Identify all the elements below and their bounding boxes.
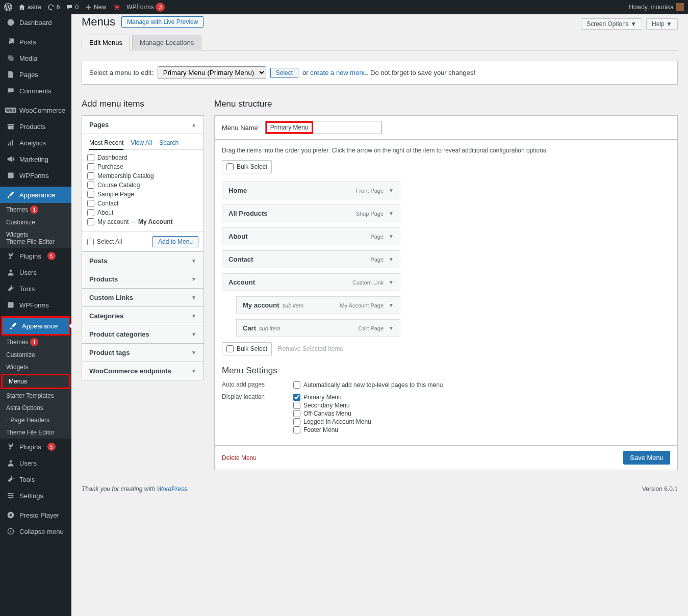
accordion-pages-header[interactable]: Pages▲ [82, 116, 203, 134]
chevron-down-icon[interactable]: ▼ [389, 188, 394, 193]
page-item[interactable]: Sample Page [87, 190, 201, 199]
sub-editor[interactable]: Theme File Editor [0, 238, 71, 248]
chevron-down-icon[interactable]: ▼ [389, 279, 394, 285]
sidebar-users2[interactable]: Users [0, 455, 71, 471]
new-item[interactable]: New [85, 4, 106, 11]
tab-search[interactable]: Search [159, 139, 179, 146]
sidebar-posts[interactable]: Posts [0, 34, 71, 50]
location-checkbox[interactable]: Footer Menu [293, 426, 371, 434]
accordion-custom-header[interactable]: Custom Links▼ [82, 289, 203, 306]
tab-most-recent[interactable]: Most Recent [89, 139, 123, 150]
menu-item[interactable]: ContactPage▼ [222, 250, 400, 268]
accordion-wc-header[interactable]: WooCommerce endpoints▼ [82, 362, 203, 380]
location-checkbox[interactable]: Logged In Account Menu [293, 418, 371, 426]
cart-item[interactable] [112, 3, 120, 11]
chevron-down-icon[interactable]: ▼ [389, 211, 394, 216]
page-item[interactable]: Contact [87, 199, 201, 208]
wpforms-item[interactable]: WPForms 3 [126, 3, 165, 12]
sub-menus[interactable]: Menus [1, 374, 70, 389]
bulk-select-bottom[interactable]: Bulk Select [222, 342, 272, 355]
sub-themes2[interactable]: Themes1 [0, 336, 71, 349]
select-button[interactable]: Select [270, 68, 298, 78]
menu-item[interactable]: AboutPage▼ [222, 227, 400, 245]
menu-item[interactable]: All ProductsShop Page▼ [222, 204, 400, 222]
tab-manage-locations[interactable]: Manage Locations [132, 35, 201, 50]
sub-customize[interactable]: Customize [0, 216, 71, 228]
menu-item[interactable]: AccountCustom Link▼ [222, 273, 400, 291]
menu-name-input-wrap[interactable]: Primary Menu [265, 121, 381, 134]
accordion-prodcats-header[interactable]: Product categories▼ [82, 325, 203, 343]
wordpress-link[interactable]: WordPress [157, 485, 187, 493]
chevron-down-icon[interactable]: ▼ [389, 256, 394, 262]
sidebar-wpforms2[interactable]: WPForms [0, 297, 71, 313]
sub-editor2[interactable]: Theme File Editor [0, 426, 71, 439]
sidebar-settings[interactable]: Settings [0, 487, 71, 504]
location-checkbox[interactable]: Secondary Menu [293, 401, 371, 409]
page-item[interactable]: Membership Catalog [87, 171, 201, 181]
sub-starter[interactable]: Starter Templates [0, 390, 71, 402]
page-item[interactable]: Purchase [87, 162, 201, 171]
sub-themes[interactable]: Themes1 [0, 203, 71, 216]
sidebar-marketing[interactable]: Marketing [0, 151, 71, 167]
sidebar-dashboard[interactable]: Dashboard [0, 14, 71, 31]
delete-menu-link[interactable]: Delete Menu [222, 454, 257, 461]
location-checkbox[interactable]: Off-Canvas Menu [293, 409, 371, 418]
chevron-down-icon[interactable]: ▼ [389, 234, 394, 239]
sidebar-plugins[interactable]: Plugins5 [0, 248, 71, 264]
accordion-posts-header[interactable]: Posts▼ [82, 252, 203, 270]
sidebar-appearance2[interactable]: Appearance [1, 316, 70, 336]
sidebar-presto[interactable]: Presto Player [0, 507, 71, 523]
sidebar-users[interactable]: Users [0, 264, 71, 280]
page-item[interactable]: My account — My Account [87, 217, 201, 226]
menu-name-value-highlight: Primary Menu [266, 121, 313, 134]
menu-name-input[interactable] [313, 121, 381, 134]
sub-widgets[interactable]: Widgets [0, 228, 71, 238]
add-to-menu-button[interactable]: Add to Menu [152, 236, 198, 247]
chevron-down-icon[interactable]: ▼ [389, 302, 394, 308]
menu-select[interactable]: Primary Menu (Primary Menu) [158, 66, 266, 79]
sidebar-collapse[interactable]: Collapse menu [0, 523, 71, 540]
help-button[interactable]: Help ▼ [646, 18, 678, 30]
sidebar-tools[interactable]: Tools [0, 280, 71, 297]
auto-add-checkbox[interactable]: Automatically add new top-level pages to… [293, 381, 443, 389]
sub-customize2[interactable]: Customize [0, 349, 71, 361]
save-menu-button[interactable]: Save Menu [623, 451, 670, 465]
page-item[interactable]: About [87, 208, 201, 217]
sidebar-appearance[interactable]: Appearance [0, 187, 71, 203]
tab-edit-menus[interactable]: Edit Menus [82, 35, 130, 50]
chevron-down-icon[interactable]: ▼ [389, 325, 394, 331]
sidebar-analytics[interactable]: Analytics [0, 135, 71, 151]
live-preview-button[interactable]: Manage with Live Preview [121, 16, 203, 28]
sidebar-pages[interactable]: Pages [0, 66, 71, 83]
menu-item[interactable]: HomeFront Page▼ [222, 182, 400, 199]
sidebar-media[interactable]: Media [0, 50, 71, 66]
comments-item[interactable]: 0 [66, 4, 79, 11]
accordion-products-header[interactable]: Products▼ [82, 270, 203, 288]
wp-logo[interactable] [4, 3, 12, 11]
sub-astra[interactable]: Astra Options [0, 402, 71, 414]
sidebar-woocommerce[interactable]: wooWooCommerce [0, 102, 71, 118]
select-all-checkbox[interactable]: Select All [87, 238, 122, 245]
page-item[interactable]: Course Catalog [87, 181, 201, 190]
menu-item[interactable]: My accountsub itemMy Account Page▼ [236, 296, 400, 314]
screen-options-button[interactable]: Screen Options ▼ [581, 18, 642, 30]
pages-list[interactable]: DashboardPurchaseMembership CatalogCours… [87, 153, 203, 226]
location-checkbox[interactable]: Primary Menu [293, 393, 371, 401]
menu-item[interactable]: Cartsub itemCart Page▼ [236, 319, 400, 337]
sidebar-products[interactable]: Products [0, 118, 71, 135]
sidebar-wpforms[interactable]: WPForms [0, 167, 71, 184]
howdy[interactable]: Howdy, mounika [629, 3, 684, 11]
sidebar-plugins2[interactable]: Plugins5 [0, 439, 71, 455]
tab-view-all[interactable]: View All [131, 139, 152, 146]
accordion-categories-header[interactable]: Categories▼ [82, 307, 203, 325]
accordion-prodtags-header[interactable]: Product tags▼ [82, 344, 203, 362]
bulk-select-top[interactable]: Bulk Select [222, 160, 272, 173]
sub-widgets2[interactable]: Widgets [0, 361, 71, 373]
page-item[interactable]: Dashboard [87, 153, 201, 162]
sub-pageheaders[interactable]: ⌊ Page Headers [0, 414, 71, 426]
sidebar-comments[interactable]: Comments [0, 83, 71, 99]
site-name[interactable]: astra [18, 4, 41, 11]
create-menu-link[interactable]: create a new menu [310, 69, 367, 76]
updates-item[interactable]: 6 [47, 4, 60, 11]
sidebar-tools2[interactable]: Tools [0, 471, 71, 487]
